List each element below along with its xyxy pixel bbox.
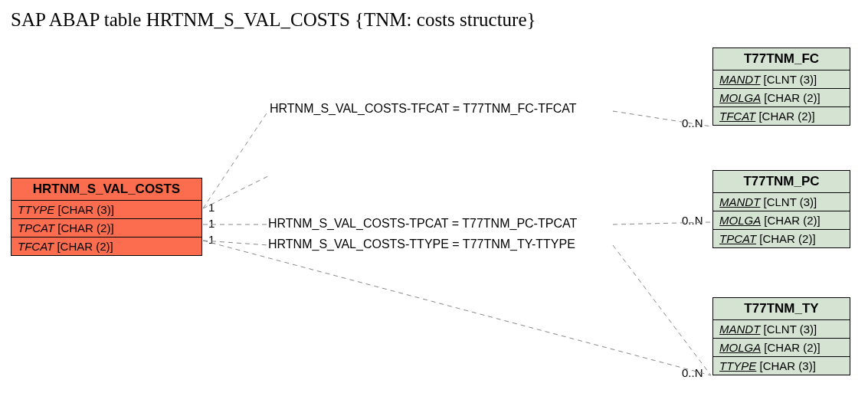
entity-pc-header: T77TNM_PC	[713, 171, 850, 193]
entity-ty-field: MANDT [CLNT (3)]	[713, 320, 850, 339]
field-type: [CHAR (2)]	[764, 341, 820, 354]
entity-fc-field: TFCAT [CHAR (2)]	[713, 107, 850, 125]
card-left-2: 1	[208, 217, 215, 230]
field-name: MANDT	[719, 195, 760, 208]
field-type: [CHAR (2)]	[759, 232, 815, 245]
entity-ty-field: MOLGA [CHAR (2)]	[713, 339, 850, 357]
field-type: [CLNT (3)]	[764, 195, 817, 208]
field-type: [CHAR (2)]	[764, 91, 820, 104]
entity-fc-header: T77TNM_FC	[713, 48, 850, 70]
card-right-1: 0..N	[682, 116, 703, 129]
entity-fc: T77TNM_FC MANDT [CLNT (3)] MOLGA [CHAR (…	[712, 47, 850, 126]
field-type: [CHAR (3)]	[760, 359, 816, 372]
entity-pc-field: MOLGA [CHAR (2)]	[713, 211, 850, 230]
field-type: [CLNT (3)]	[764, 73, 817, 86]
field-name: MANDT	[719, 323, 760, 336]
field-name: TTYPE	[18, 203, 54, 216]
entity-main: HRTNM_S_VAL_COSTS TTYPE [CHAR (3)] TPCAT…	[11, 178, 202, 256]
field-type: [CHAR (2)]	[764, 214, 820, 227]
entity-ty: T77TNM_TY MANDT [CLNT (3)] MOLGA [CHAR (…	[712, 297, 850, 375]
page-title: SAP ABAP table HRTNM_S_VAL_COSTS {TNM: c…	[11, 9, 536, 31]
field-type: [CHAR (2)]	[57, 240, 113, 253]
field-type: [CHAR (2)]	[57, 221, 113, 234]
entity-ty-header: T77TNM_TY	[713, 298, 850, 320]
field-name: MANDT	[719, 73, 760, 86]
field-type: [CHAR (3)]	[58, 203, 114, 216]
field-name: MOLGA	[719, 341, 761, 354]
field-type: [CHAR (2)]	[758, 110, 814, 123]
entity-pc: T77TNM_PC MANDT [CLNT (3)] MOLGA [CHAR (…	[712, 170, 850, 248]
field-name: TPCAT	[719, 232, 756, 245]
relation-label-fc: HRTNM_S_VAL_COSTS-TFCAT = T77TNM_FC-TFCA…	[270, 102, 577, 116]
field-type: [CLNT (3)]	[764, 323, 817, 336]
svg-line-2	[203, 111, 268, 208]
entity-main-field: TFCAT [CHAR (2)]	[11, 237, 201, 255]
svg-line-9	[203, 241, 711, 375]
entity-fc-field: MANDT [CLNT (3)]	[713, 70, 850, 89]
card-left-1: 1	[208, 201, 215, 214]
field-name: TPCAT	[18, 221, 54, 234]
entity-main-header: HRTNM_S_VAL_COSTS	[11, 179, 201, 201]
entity-pc-field: TPCAT [CHAR (2)]	[713, 230, 850, 247]
entity-fc-field: MOLGA [CHAR (2)]	[713, 89, 850, 107]
field-name: TFCAT	[18, 240, 54, 253]
entity-pc-field: MANDT [CLNT (3)]	[713, 193, 850, 211]
svg-line-7	[613, 245, 711, 375]
entity-main-field: TTYPE [CHAR (3)]	[11, 201, 201, 219]
card-right-2: 0..N	[682, 214, 703, 227]
entity-ty-field: TTYPE [CHAR (3)]	[713, 357, 850, 375]
field-name: MOLGA	[719, 91, 761, 104]
field-name: TTYPE	[719, 359, 756, 372]
relation-label-pc: HRTNM_S_VAL_COSTS-TPCAT = T77TNM_PC-TPCA…	[268, 217, 577, 231]
field-name: TFCAT	[719, 110, 755, 123]
card-right-3: 0..N	[682, 366, 703, 379]
card-left-3: 1	[208, 233, 215, 246]
entity-main-field: TPCAT [CHAR (2)]	[11, 219, 201, 237]
field-name: MOLGA	[719, 214, 761, 227]
relation-label-ty: HRTNM_S_VAL_COSTS-TTYPE = T77TNM_TY-TTYP…	[268, 237, 575, 251]
